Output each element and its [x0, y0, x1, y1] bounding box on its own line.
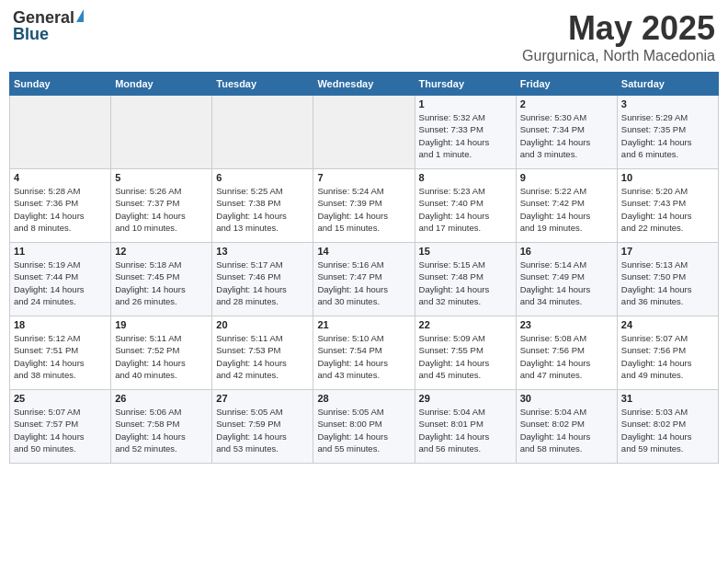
calendar-cell: 4Sunrise: 5:28 AM Sunset: 7:36 PM Daylig… — [10, 169, 111, 243]
calendar-cell: 31Sunrise: 5:03 AM Sunset: 8:02 PM Dayli… — [617, 390, 718, 464]
day-detail: Sunrise: 5:23 AM Sunset: 7:40 PM Dayligh… — [419, 185, 512, 234]
calendar-cell: 14Sunrise: 5:16 AM Sunset: 7:47 PM Dayli… — [313, 243, 415, 316]
calendar-cell: 11Sunrise: 5:19 AM Sunset: 7:44 PM Dayli… — [10, 243, 111, 316]
calendar-week-row: 1Sunrise: 5:32 AM Sunset: 7:33 PM Daylig… — [10, 96, 719, 169]
day-detail: Sunrise: 5:30 AM Sunset: 7:34 PM Dayligh… — [520, 111, 613, 160]
calendar-cell: 27Sunrise: 5:05 AM Sunset: 7:59 PM Dayli… — [212, 390, 313, 464]
calendar-cell: 18Sunrise: 5:12 AM Sunset: 7:51 PM Dayli… — [10, 316, 111, 390]
day-detail: Sunrise: 5:24 AM Sunset: 7:39 PM Dayligh… — [317, 185, 410, 234]
day-detail: Sunrise: 5:07 AM Sunset: 7:56 PM Dayligh… — [621, 332, 714, 381]
calendar-cell: 25Sunrise: 5:07 AM Sunset: 7:57 PM Dayli… — [10, 390, 111, 464]
day-number: 10 — [621, 172, 714, 183]
calendar-cell — [313, 96, 415, 169]
day-detail: Sunrise: 5:13 AM Sunset: 7:50 PM Dayligh… — [621, 259, 714, 307]
calendar-cell: 5Sunrise: 5:26 AM Sunset: 7:37 PM Daylig… — [111, 169, 212, 243]
logo: General Blue — [13, 9, 84, 42]
day-number: 19 — [115, 319, 208, 330]
calendar-cell: 30Sunrise: 5:04 AM Sunset: 8:02 PM Dayli… — [516, 390, 617, 464]
day-detail: Sunrise: 5:17 AM Sunset: 7:46 PM Dayligh… — [216, 259, 309, 307]
logo-triangle-icon — [76, 9, 84, 22]
day-number: 3 — [621, 98, 714, 109]
day-number: 23 — [520, 319, 613, 330]
calendar-cell: 2Sunrise: 5:30 AM Sunset: 7:34 PM Daylig… — [516, 96, 617, 169]
day-detail: Sunrise: 5:11 AM Sunset: 7:52 PM Dayligh… — [115, 332, 208, 381]
calendar-table: Sunday Monday Tuesday Wednesday Thursday… — [9, 72, 719, 464]
day-number: 8 — [419, 172, 512, 183]
calendar-cell: 22Sunrise: 5:09 AM Sunset: 7:55 PM Dayli… — [415, 316, 516, 390]
day-number: 30 — [520, 393, 613, 404]
day-detail: Sunrise: 5:18 AM Sunset: 7:45 PM Dayligh… — [115, 259, 208, 307]
day-detail: Sunrise: 5:07 AM Sunset: 7:57 PM Dayligh… — [14, 406, 107, 454]
calendar-week-row: 18Sunrise: 5:12 AM Sunset: 7:51 PM Dayli… — [10, 316, 719, 390]
day-detail: Sunrise: 5:11 AM Sunset: 7:53 PM Dayligh… — [216, 332, 309, 381]
calendar-cell: 13Sunrise: 5:17 AM Sunset: 7:46 PM Dayli… — [212, 243, 313, 316]
day-number: 21 — [317, 319, 410, 330]
calendar-cell: 17Sunrise: 5:13 AM Sunset: 7:50 PM Dayli… — [617, 243, 718, 316]
day-number: 9 — [520, 172, 613, 183]
day-detail: Sunrise: 5:03 AM Sunset: 8:02 PM Dayligh… — [621, 406, 714, 454]
day-number: 6 — [216, 172, 309, 183]
page-header: General Blue May 2025 Gurgurnica, North … — [9, 9, 719, 64]
day-number: 22 — [419, 319, 512, 330]
calendar-cell: 19Sunrise: 5:11 AM Sunset: 7:52 PM Dayli… — [111, 316, 212, 390]
calendar-cell — [212, 96, 313, 169]
day-detail: Sunrise: 5:20 AM Sunset: 7:43 PM Dayligh… — [621, 185, 714, 234]
header-wednesday: Wednesday — [313, 73, 415, 96]
day-detail: Sunrise: 5:15 AM Sunset: 7:48 PM Dayligh… — [419, 259, 512, 307]
calendar-cell: 24Sunrise: 5:07 AM Sunset: 7:56 PM Dayli… — [617, 316, 718, 390]
day-number: 4 — [14, 172, 107, 183]
calendar-cell: 8Sunrise: 5:23 AM Sunset: 7:40 PM Daylig… — [415, 169, 516, 243]
calendar-cell: 28Sunrise: 5:05 AM Sunset: 8:00 PM Dayli… — [313, 390, 415, 464]
day-detail: Sunrise: 5:04 AM Sunset: 8:01 PM Dayligh… — [419, 406, 512, 454]
day-number: 18 — [14, 319, 107, 330]
page-wrapper: General Blue May 2025 Gurgurnica, North … — [9, 9, 719, 464]
day-detail: Sunrise: 5:14 AM Sunset: 7:49 PM Dayligh… — [520, 259, 613, 307]
day-number: 31 — [621, 393, 714, 404]
calendar-header-row: Sunday Monday Tuesday Wednesday Thursday… — [10, 73, 719, 96]
calendar-week-row: 11Sunrise: 5:19 AM Sunset: 7:44 PM Dayli… — [10, 243, 719, 316]
calendar-cell: 6Sunrise: 5:25 AM Sunset: 7:38 PM Daylig… — [212, 169, 313, 243]
day-number: 17 — [621, 246, 714, 257]
calendar-cell: 15Sunrise: 5:15 AM Sunset: 7:48 PM Dayli… — [415, 243, 516, 316]
calendar-title: May 2025 — [522, 9, 715, 48]
calendar-week-row: 4Sunrise: 5:28 AM Sunset: 7:36 PM Daylig… — [10, 169, 719, 243]
calendar-cell: 3Sunrise: 5:29 AM Sunset: 7:35 PM Daylig… — [617, 96, 718, 169]
header-monday: Monday — [111, 73, 212, 96]
day-number: 25 — [14, 393, 107, 404]
day-number: 13 — [216, 246, 309, 257]
day-number: 11 — [14, 246, 107, 257]
day-number: 27 — [216, 393, 309, 404]
day-detail: Sunrise: 5:08 AM Sunset: 7:56 PM Dayligh… — [520, 332, 613, 381]
day-detail: Sunrise: 5:09 AM Sunset: 7:55 PM Dayligh… — [419, 332, 512, 381]
calendar-cell: 9Sunrise: 5:22 AM Sunset: 7:42 PM Daylig… — [516, 169, 617, 243]
day-detail: Sunrise: 5:19 AM Sunset: 7:44 PM Dayligh… — [14, 259, 107, 307]
day-detail: Sunrise: 5:25 AM Sunset: 7:38 PM Dayligh… — [216, 185, 309, 234]
day-number: 28 — [317, 393, 410, 404]
logo-blue-text: Blue — [13, 26, 49, 42]
calendar-cell: 1Sunrise: 5:32 AM Sunset: 7:33 PM Daylig… — [415, 96, 516, 169]
calendar-cell: 21Sunrise: 5:10 AM Sunset: 7:54 PM Dayli… — [313, 316, 415, 390]
day-number: 1 — [419, 98, 512, 109]
header-thursday: Thursday — [415, 73, 516, 96]
day-number: 29 — [419, 393, 512, 404]
header-friday: Friday — [516, 73, 617, 96]
header-tuesday: Tuesday — [212, 73, 313, 96]
calendar-cell: 10Sunrise: 5:20 AM Sunset: 7:43 PM Dayli… — [617, 169, 718, 243]
day-detail: Sunrise: 5:16 AM Sunset: 7:47 PM Dayligh… — [317, 259, 410, 307]
day-number: 14 — [317, 246, 410, 257]
day-detail: Sunrise: 5:05 AM Sunset: 8:00 PM Dayligh… — [317, 406, 410, 454]
day-detail: Sunrise: 5:32 AM Sunset: 7:33 PM Dayligh… — [419, 111, 512, 160]
day-number: 20 — [216, 319, 309, 330]
calendar-subtitle: Gurgurnica, North Macedonia — [522, 48, 715, 64]
day-detail: Sunrise: 5:29 AM Sunset: 7:35 PM Dayligh… — [621, 111, 714, 160]
day-detail: Sunrise: 5:10 AM Sunset: 7:54 PM Dayligh… — [317, 332, 410, 381]
calendar-cell: 29Sunrise: 5:04 AM Sunset: 8:01 PM Dayli… — [415, 390, 516, 464]
day-detail: Sunrise: 5:28 AM Sunset: 7:36 PM Dayligh… — [14, 185, 107, 234]
day-number: 16 — [520, 246, 613, 257]
day-detail: Sunrise: 5:06 AM Sunset: 7:58 PM Dayligh… — [115, 406, 208, 454]
day-number: 15 — [419, 246, 512, 257]
calendar-cell — [10, 96, 111, 169]
calendar-title-block: May 2025 Gurgurnica, North Macedonia — [522, 9, 715, 64]
day-number: 7 — [317, 172, 410, 183]
day-detail: Sunrise: 5:22 AM Sunset: 7:42 PM Dayligh… — [520, 185, 613, 234]
